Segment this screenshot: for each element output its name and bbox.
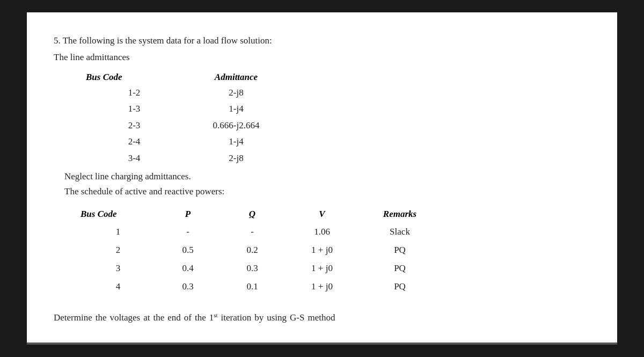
power-v-0: 1.06 xyxy=(284,223,360,241)
admittance-value-1: 1-j4 xyxy=(182,101,290,118)
power-p-0: - xyxy=(156,223,220,241)
power-header-v: V xyxy=(284,209,360,220)
power-v-1: 1 + j0 xyxy=(284,241,360,259)
admittance-bus-4: 3-4 xyxy=(86,150,182,167)
admittance-value-3: 1-j4 xyxy=(182,134,290,150)
note-line2: The schedule of active and reactive powe… xyxy=(54,186,590,197)
power-v-2: 1 + j0 xyxy=(284,259,360,278)
admittance-row-0: 1-2 2-j8 xyxy=(54,85,590,101)
problem-title-line1: 5. The following is the system data for … xyxy=(54,34,590,48)
determine-iteration: iteration xyxy=(221,312,252,323)
admittance-bus-2: 2-3 xyxy=(86,118,182,134)
determine-voltages: voltages xyxy=(110,312,141,323)
power-bus-2: 3 xyxy=(80,259,156,278)
power-remarks-0: Slack xyxy=(360,223,440,241)
determine-the1: the xyxy=(96,312,107,323)
determine-word: Determine xyxy=(54,312,92,323)
admittance-row-3: 2-4 1-j4 xyxy=(54,134,590,150)
determine-iter-sup: st xyxy=(214,312,217,318)
power-q-2: 0.3 xyxy=(220,259,284,278)
power-remarks-3: PQ xyxy=(360,278,440,296)
power-header-p: P xyxy=(156,209,220,220)
power-q-3: 0.1 xyxy=(220,278,284,296)
determine-using: using xyxy=(267,312,287,323)
determine-method: G-S xyxy=(290,312,304,323)
admittance-table: Bus Code Admittance 1-2 2-j8 1-3 1-j4 2-… xyxy=(54,72,590,167)
admittance-bus-1: 1-3 xyxy=(86,101,182,118)
determine-the3: the xyxy=(195,312,206,323)
power-q-0: - xyxy=(220,223,284,241)
admittance-table-header: Bus Code Admittance xyxy=(54,72,590,83)
determine-the2: the xyxy=(153,312,164,323)
determine-of: of xyxy=(184,312,192,323)
determine-end: end xyxy=(167,312,181,323)
power-row-0: 1 - - 1.06 Slack xyxy=(70,223,590,241)
admittance-row-1: 1-3 1-j4 xyxy=(54,101,590,118)
power-row-3: 4 0.3 0.1 1 + j0 PQ xyxy=(70,278,590,296)
admittance-bus-3: 2-4 xyxy=(86,134,182,150)
note-line1: Neglect line charging admittances. xyxy=(54,171,590,182)
admittance-header-bus: Bus Code xyxy=(86,72,182,83)
power-table: Bus Code P Q V Remarks 1 - - 1.06 Slack … xyxy=(54,209,590,296)
determine-at: at xyxy=(143,312,150,323)
determine-line: Determine the voltages at the end of the… xyxy=(54,312,590,324)
power-p-2: 0.4 xyxy=(156,259,220,278)
power-table-header: Bus Code P Q V Remarks xyxy=(70,209,590,220)
power-p-1: 0.5 xyxy=(156,241,220,259)
bottom-border xyxy=(27,343,617,345)
admittance-bus-0: 1-2 xyxy=(86,85,182,101)
power-remarks-1: PQ xyxy=(360,241,440,259)
determine-by: by xyxy=(254,312,264,323)
determine-method2: method xyxy=(308,312,335,323)
power-bus-1: 2 xyxy=(80,241,156,259)
admittance-header-admittance: Admittance xyxy=(182,72,290,83)
determine-iter-num: 1 xyxy=(209,312,214,323)
page-container: 5. The following is the system data for … xyxy=(27,12,617,345)
power-header-remarks: Remarks xyxy=(360,209,440,220)
power-bus-3: 4 xyxy=(80,278,156,296)
admittance-row-4: 3-4 2-j8 xyxy=(54,150,590,167)
power-v-3: 1 + j0 xyxy=(284,278,360,296)
problem-title-line2: The line admittances xyxy=(54,50,590,64)
power-row-2: 3 0.4 0.3 1 + j0 PQ xyxy=(70,259,590,278)
power-header-bus: Bus Code xyxy=(80,209,156,220)
determine-iter: 1st xyxy=(209,312,218,324)
power-row-1: 2 0.5 0.2 1 + j0 PQ xyxy=(70,241,590,259)
power-bus-0: 1 xyxy=(80,223,156,241)
admittance-value-2: 0.666-j2.664 xyxy=(182,118,290,134)
power-p-3: 0.3 xyxy=(156,278,220,296)
power-remarks-2: PQ xyxy=(360,259,440,278)
power-header-q: Q xyxy=(220,209,284,220)
admittance-value-0: 2-j8 xyxy=(182,85,290,101)
admittance-value-4: 2-j8 xyxy=(182,150,290,167)
power-q-1: 0.2 xyxy=(220,241,284,259)
admittance-row-2: 2-3 0.666-j2.664 xyxy=(54,118,590,134)
